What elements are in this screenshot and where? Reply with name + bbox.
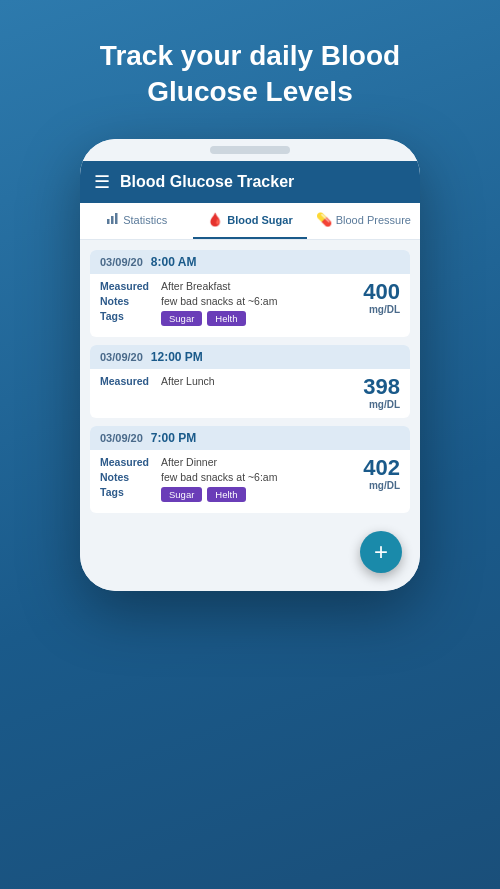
svg-rect-2 — [115, 213, 118, 224]
value-number-3: 402 — [363, 456, 400, 480]
measured-value-3: After Dinner — [161, 456, 217, 468]
tag-sugar-1: Sugar — [161, 311, 202, 326]
entry-date-3: 03/09/20 — [100, 432, 143, 444]
app-title: Blood Glucose Tracker — [120, 173, 294, 191]
notes-label-1: Notes — [100, 295, 155, 307]
tags-label-1: Tags — [100, 310, 155, 322]
entry-date-2: 03/09/20 — [100, 351, 143, 363]
entry-details-1: Measured After Breakfast Notes few bad s… — [100, 280, 355, 329]
notes-value-1: few bad snacks at ~6:am — [161, 295, 277, 307]
tab-statistics-label: Statistics — [123, 214, 167, 226]
measured-label-1: Measured — [100, 280, 155, 292]
entry-header-1: 03/09/20 8:00 AM — [90, 250, 410, 274]
entry-value-3: 402 mg/DL — [355, 456, 400, 491]
statistics-icon — [106, 212, 119, 228]
value-unit-3: mg/DL — [369, 480, 400, 491]
entry-body-3: Measured After Dinner Notes few bad snac… — [90, 450, 410, 513]
status-pill — [210, 146, 290, 154]
entry-card-2: 03/09/20 12:00 PM Measured After Lunch 3… — [90, 345, 410, 418]
measured-row-2: Measured After Lunch — [100, 375, 355, 387]
measured-row-3: Measured After Dinner — [100, 456, 355, 468]
svg-rect-1 — [111, 216, 114, 224]
tags-label-3: Tags — [100, 486, 155, 498]
tabs-bar: Statistics 🩸 Blood Sugar 💊 Blood Pressur… — [80, 203, 420, 240]
entry-value-1: 400 mg/DL — [355, 280, 400, 315]
svg-rect-0 — [107, 219, 110, 224]
entry-card-3: 03/09/20 7:00 PM Measured After Dinner N… — [90, 426, 410, 513]
tag-helth-1: Helth — [207, 311, 245, 326]
value-unit-1: mg/DL — [369, 304, 400, 315]
value-number-2: 398 — [363, 375, 400, 399]
entry-header-2: 03/09/20 12:00 PM — [90, 345, 410, 369]
value-number-1: 400 — [363, 280, 400, 304]
fab-plus-icon: + — [374, 540, 388, 564]
blood-pressure-icon: 💊 — [316, 212, 332, 227]
tab-blood-pressure[interactable]: 💊 Blood Pressure — [307, 203, 420, 239]
notes-value-3: few bad snacks at ~6:am — [161, 471, 277, 483]
entry-time-3: 7:00 PM — [151, 431, 196, 445]
tag-helth-3: Helth — [207, 487, 245, 502]
tags-container-1: Sugar Helth — [161, 311, 246, 326]
notes-row-1: Notes few bad snacks at ~6:am — [100, 295, 355, 307]
entry-header-3: 03/09/20 7:00 PM — [90, 426, 410, 450]
tab-blood-sugar[interactable]: 🩸 Blood Sugar — [193, 203, 306, 239]
entry-details-2: Measured After Lunch — [100, 375, 355, 390]
fab-button[interactable]: + — [360, 531, 402, 573]
entry-details-3: Measured After Dinner Notes few bad snac… — [100, 456, 355, 505]
measured-value-1: After Breakfast — [161, 280, 230, 292]
measured-label-2: Measured — [100, 375, 155, 387]
headline: Track your daily Blood Glucose Levels — [0, 38, 500, 111]
tags-row-1: Tags Sugar Helth — [100, 310, 355, 326]
tab-blood-pressure-label: Blood Pressure — [336, 214, 411, 226]
tags-row-3: Tags Sugar Helth — [100, 486, 355, 502]
notes-row-3: Notes few bad snacks at ~6:am — [100, 471, 355, 483]
tags-container-3: Sugar Helth — [161, 487, 246, 502]
entry-date-1: 03/09/20 — [100, 256, 143, 268]
measured-label-3: Measured — [100, 456, 155, 468]
measured-row-1: Measured After Breakfast — [100, 280, 355, 292]
blood-sugar-icon: 🩸 — [207, 212, 223, 227]
measured-value-2: After Lunch — [161, 375, 215, 387]
tab-statistics[interactable]: Statistics — [80, 203, 193, 239]
phone-mockup: ☰ Blood Glucose Tracker Statistics 🩸 Blo… — [80, 139, 420, 591]
entry-time-2: 12:00 PM — [151, 350, 203, 364]
status-bar — [80, 139, 420, 161]
entry-body-2: Measured After Lunch 398 mg/DL — [90, 369, 410, 418]
app-header: ☰ Blood Glucose Tracker — [80, 161, 420, 203]
entry-time-1: 8:00 AM — [151, 255, 197, 269]
tab-blood-sugar-label: Blood Sugar — [227, 214, 292, 226]
value-unit-2: mg/DL — [369, 399, 400, 410]
entry-body-1: Measured After Breakfast Notes few bad s… — [90, 274, 410, 337]
entry-value-2: 398 mg/DL — [355, 375, 400, 410]
tag-sugar-3: Sugar — [161, 487, 202, 502]
entry-card-1: 03/09/20 8:00 AM Measured After Breakfas… — [90, 250, 410, 337]
notes-label-3: Notes — [100, 471, 155, 483]
hamburger-icon[interactable]: ☰ — [94, 173, 110, 191]
